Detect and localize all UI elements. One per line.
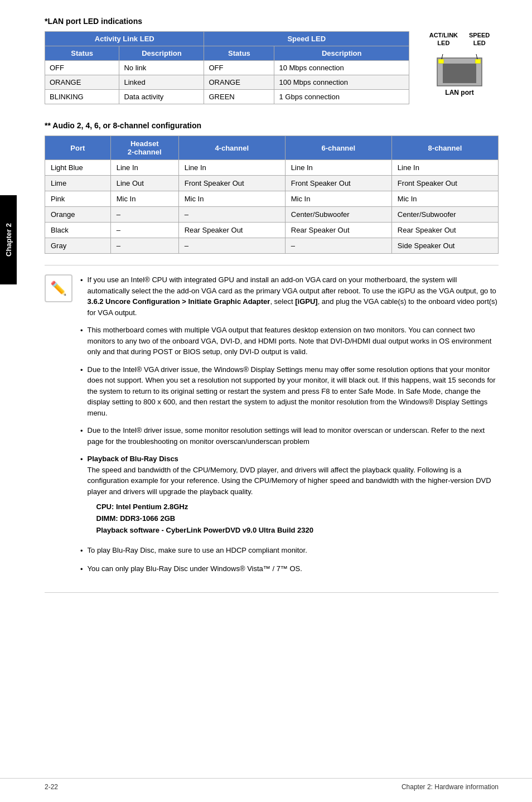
note-text-1: If you use an Intel® CPU with integrated… (88, 274, 499, 318)
note-item-1: • If you use an Intel® CPU with integrat… (80, 274, 499, 318)
audio-cell-5-4: Side Speaker Out (391, 238, 498, 254)
lan-cell-0-2: OFF (204, 61, 274, 75)
audio-cell-3-0: Orange (45, 207, 111, 223)
act-link-label: ACT/LINKLED (429, 31, 458, 47)
bullet-4: • (80, 426, 83, 447)
lan-table-area: Activity Link LED Speed LED Status Descr… (45, 31, 409, 104)
audio-cell-2-4: Mic In (391, 191, 498, 207)
bluray-desc: The speed and bandwidth of the CPU/Memor… (88, 466, 491, 496)
audio-col-4ch: 4-channel (178, 136, 285, 160)
note-text-5: Playback of Blu-Ray Discs The speed and … (88, 453, 499, 538)
page: Chapter 2 *LAN port LED indications Acti… (0, 0, 532, 802)
spec-software: Playback software - CyberLink PowerDVD v… (96, 525, 499, 537)
lan-cell-2-1: Data activity (119, 90, 204, 104)
lan-cell-2-3: 1 Gbps connection (274, 90, 409, 104)
note-item-7: • You can only play Blu-Ray Disc under W… (80, 563, 499, 575)
lan-cell-0-3: 10 Mbps connection (274, 61, 409, 75)
lan-port-label: LAN port (445, 89, 473, 96)
audio-cell-2-0: Pink (45, 191, 111, 207)
note-item-6: • To play Blu-Ray Disc, make sure to use… (80, 545, 499, 557)
bullet-7: • (80, 564, 83, 575)
lan-col-desc1: Description (119, 46, 204, 61)
audio-cell-1-3: Front Speaker Out (285, 176, 391, 191)
audio-cell-4-2: Rear Speaker Out (178, 223, 285, 238)
audio-cell-1-2: Front Speaker Out (178, 176, 285, 191)
speed-label: SPEEDLED (469, 31, 490, 47)
lan-col-status2: Status (204, 46, 274, 61)
lan-table: Activity Link LED Speed LED Status Descr… (45, 31, 409, 104)
footer-page-num: 2-22 (45, 783, 58, 791)
note-text-4: Due to the Intel® driver issue, some mon… (88, 425, 499, 447)
lan-col-status1: Status (45, 46, 119, 61)
lan-diagram: ACT/LINKLED SPEEDLED LAN port (420, 31, 499, 104)
audio-cell-3-4: Center/Subwoofer (391, 207, 498, 223)
svg-rect-3 (475, 59, 481, 64)
note-text-6: To play Blu-Ray Disc, make sure to use a… (88, 545, 499, 557)
lan-cell-1-0: ORANGE (45, 75, 119, 90)
divider-top (45, 265, 499, 265)
audio-cell-3-1: – (110, 207, 178, 223)
audio-col-6ch: 6-channel (285, 136, 391, 160)
lan-cell-1-1: Linked (119, 75, 204, 90)
audio-cell-5-1: – (110, 238, 178, 254)
audio-cell-0-1: Line In (110, 160, 178, 176)
audio-cell-1-4: Front Speaker Out (391, 176, 498, 191)
lan-cell-0-1: No link (119, 61, 204, 75)
notes-icon: ✏️ (45, 274, 72, 302)
lan-section: Activity Link LED Speed LED Status Descr… (45, 31, 499, 104)
lan-header-speed: Speed LED (204, 32, 409, 46)
note-item-5: • Playback of Blu-Ray Discs The speed an… (80, 453, 499, 538)
audio-cell-1-1: Line Out (110, 176, 178, 191)
audio-cell-3-3: Center/Subwoofer (285, 207, 391, 223)
spec-cpu: CPU: Intel Pentium 2.8GHz (96, 501, 499, 513)
audio-cell-0-3: Line In (285, 160, 391, 176)
bullet-2: • (80, 325, 83, 357)
bullet-5: • (80, 454, 83, 538)
lan-cell-0-0: OFF (45, 61, 119, 75)
chapter-sidebar: Chapter 2 (0, 195, 17, 284)
audio-col-headset: Headset2-channel (110, 136, 178, 160)
note-item-2: • This motherboard comes with multiple V… (80, 325, 499, 357)
audio-col-8ch: 8-channel (391, 136, 498, 160)
audio-cell-4-4: Rear Speaker Out (391, 223, 498, 238)
audio-cell-4-3: Rear Speaker Out (285, 223, 391, 238)
spec-dimm: DIMM: DDR3-1066 2GB (96, 513, 499, 525)
note-item-4: • Due to the Intel® driver issue, some m… (80, 425, 499, 447)
page-footer: 2-22 Chapter 2: Hardware information (0, 778, 532, 791)
audio-cell-0-2: Line In (178, 160, 285, 176)
audio-table: Port Headset2-channel 4-channel 6-channe… (45, 136, 499, 254)
audio-cell-5-0: Gray (45, 238, 111, 254)
audio-cell-2-3: Mic In (285, 191, 391, 207)
lan-diagram-labels: ACT/LINKLED SPEEDLED (429, 31, 490, 47)
bullet-3: • (80, 365, 83, 419)
audio-cell-5-2: – (178, 238, 285, 254)
divider-bottom (45, 592, 499, 593)
audio-cell-0-0: Light Blue (45, 160, 111, 176)
lan-cell-2-2: GREEN (204, 90, 274, 104)
note-text-2: This motherboard comes with multiple VGA… (88, 325, 499, 357)
audio-cell-3-2: – (178, 207, 285, 223)
lan-cell-1-2: ORANGE (204, 75, 274, 90)
chapter-label: Chapter 2 (4, 223, 13, 257)
audio-cell-0-4: Line In (391, 160, 498, 176)
bluray-specs: CPU: Intel Pentium 2.8GHz DIMM: DDR3-106… (96, 501, 499, 536)
svg-rect-1 (443, 64, 476, 83)
audio-cell-2-2: Mic In (178, 191, 285, 207)
bullet-6: • (80, 545, 83, 557)
footer-chapter: Chapter 2: Hardware information (402, 783, 499, 791)
audio-cell-4-0: Black (45, 223, 111, 238)
svg-rect-2 (438, 59, 444, 64)
audio-col-port: Port (45, 136, 111, 160)
audio-cell-5-3: – (285, 238, 391, 254)
bullet-1: • (80, 275, 83, 318)
audio-cell-4-1: – (110, 223, 178, 238)
audio-cell-2-1: Mic In (110, 191, 178, 207)
bluray-title: Playback of Blu-Ray Discs (88, 455, 178, 463)
note-item-3: • Due to the Intel® VGA driver issue, th… (80, 364, 499, 419)
lan-section-title: *LAN port LED indications (45, 17, 499, 26)
notes-section: ✏️ • If you use an Intel® CPU with integ… (45, 274, 499, 581)
note-text-3: Due to the Intel® VGA driver issue, the … (88, 364, 499, 419)
lan-col-desc2: Description (274, 46, 409, 61)
lan-port-svg (432, 50, 487, 89)
lan-cell-2-0: BLINKING (45, 90, 119, 104)
